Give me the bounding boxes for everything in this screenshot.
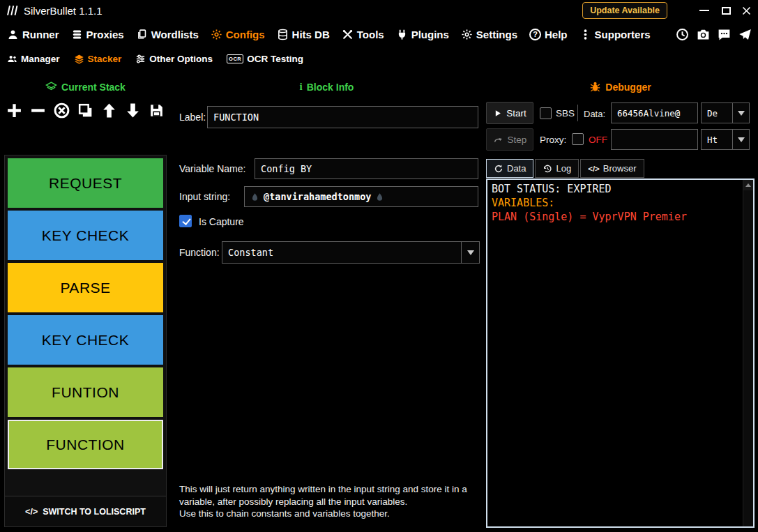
subnav-item-stacker[interactable]: Stacker — [74, 54, 122, 64]
proxy-checkbox[interactable] — [572, 133, 584, 145]
menu-label: Hits DB — [292, 29, 330, 40]
input-string-input[interactable]: @tanvirahamedtonmoy — [244, 186, 478, 207]
data-type-combo[interactable]: De — [701, 102, 750, 123]
droplet-icon — [250, 192, 259, 202]
menu-item-configs[interactable]: Configs — [211, 29, 265, 40]
menu-item-plugins[interactable]: Plugins — [396, 29, 449, 40]
menu-item-tools[interactable]: Tools — [342, 29, 384, 40]
main-menubar: Runner Proxies Wordlists Configs Hits DB… — [0, 21, 758, 47]
stack-block-parse[interactable]: PARSE — [8, 263, 163, 312]
chat-icon[interactable] — [717, 27, 732, 42]
menu-item-supporters[interactable]: Supporters — [579, 29, 651, 40]
console-scrollbar[interactable] — [743, 180, 753, 526]
menu-label: Plugins — [411, 29, 449, 40]
debugger-header: Debugger — [483, 81, 758, 93]
block-info-header: i Block Info — [171, 81, 483, 93]
help-icon: ? — [529, 29, 541, 40]
label-field-label: Label: — [179, 112, 206, 123]
remove-block-button[interactable] — [29, 102, 47, 119]
menu-label: Tools — [357, 29, 384, 40]
subnav-label: Manager — [21, 54, 60, 64]
panel-title: Block Info — [307, 82, 354, 93]
chevron-down-icon — [467, 250, 474, 255]
tab-log[interactable]: Log — [535, 159, 579, 178]
subnav-label: OCR Testing — [247, 54, 303, 64]
move-up-button[interactable] — [100, 102, 118, 119]
dropdown-button[interactable] — [732, 130, 749, 149]
menu-item-settings[interactable]: Settings — [461, 29, 517, 40]
stack-block-function-selected[interactable]: FUNCTION — [8, 420, 163, 469]
play-icon — [493, 109, 502, 118]
switch-button-label: SWITCH TO LOLISCRIPT — [43, 507, 146, 517]
telegram-icon[interactable] — [738, 27, 752, 42]
menu-item-wordlists[interactable]: Wordlists — [136, 29, 199, 40]
menu-item-hits-db[interactable]: Hits DB — [277, 29, 330, 40]
subnav-item-manager[interactable]: Manager — [7, 54, 60, 64]
proxies-icon — [71, 29, 83, 40]
start-button[interactable]: Start — [486, 102, 533, 124]
description-line-2: Use this to chain constants and variable… — [179, 508, 478, 520]
proxy-type-combo[interactable]: Ht — [701, 129, 750, 150]
minimize-button[interactable] — [694, 0, 715, 21]
variable-name-input[interactable]: Config BY — [255, 158, 478, 179]
stack-block-request[interactable]: REQUEST — [8, 158, 163, 208]
menu-item-proxies[interactable]: Proxies — [71, 29, 124, 40]
current-stack-panel: Current Stack REQUEST KEY CHECK PARSE KE… — [0, 70, 171, 532]
switch-to-loliscript-button[interactable]: </> SWITCH TO LOLISCRIPT — [5, 496, 166, 526]
stacker-icon — [74, 54, 84, 64]
tab-data[interactable]: Data — [486, 159, 533, 178]
subnav-item-other-options[interactable]: Other Options — [135, 54, 213, 64]
dropdown-button[interactable] — [732, 103, 749, 123]
data-input-value: 66456Alvine@ — [617, 108, 680, 119]
supporters-icon — [579, 29, 591, 40]
menu-label: Help — [545, 29, 568, 40]
tab-browser[interactable]: </> Browser — [580, 159, 644, 178]
stack-block-funtion[interactable]: FUNTION — [8, 367, 163, 417]
clone-block-button[interactable] — [77, 102, 94, 119]
add-block-button[interactable] — [6, 102, 23, 119]
menu-label: Configs — [226, 29, 265, 40]
move-down-button[interactable] — [124, 102, 142, 119]
menu-label: Settings — [476, 29, 517, 40]
close-button[interactable] — [736, 0, 757, 21]
step-button[interactable]: Step — [486, 128, 533, 151]
configs-gear-icon — [211, 29, 222, 40]
proxy-input[interactable] — [611, 129, 698, 150]
block-info-panel: i Block Info Label: FUNCTION Variable Na… — [171, 70, 483, 532]
sbs-checkbox[interactable] — [540, 107, 552, 119]
console-line: VARIABLES: — [492, 196, 749, 210]
stack-block-keycheck-2[interactable]: KEY CHECK — [8, 315, 163, 365]
save-stack-button[interactable] — [148, 102, 165, 119]
plugin-icon — [396, 29, 408, 40]
clear-stack-button[interactable] — [53, 102, 70, 119]
subnav-item-ocr-testing[interactable]: OCR OCR Testing — [227, 54, 303, 64]
history-icon[interactable] — [675, 27, 690, 42]
bug-icon — [589, 81, 601, 93]
function-select[interactable]: Constant — [222, 241, 480, 264]
console-line: BOT STATUS: EXPIRED — [492, 182, 749, 196]
input-string-label: Input string: — [179, 191, 230, 202]
panel-title: Debugger — [605, 82, 651, 93]
label-input-value: FUNCTION — [213, 112, 259, 123]
scroll-up-button[interactable] — [743, 180, 753, 190]
console-line: PLAN (Single) = VyprVPN Premier — [492, 210, 749, 224]
info-icon: i — [300, 81, 303, 93]
menu-item-runner[interactable]: Runner — [7, 29, 59, 40]
sbs-label: SBS — [556, 108, 575, 119]
data-input[interactable]: 66456Alvine@ — [611, 102, 698, 123]
label-input[interactable]: FUNCTION — [207, 106, 478, 128]
proxy-label: Proxy: — [540, 135, 566, 145]
maximize-icon — [722, 7, 731, 15]
stack-toolbar — [6, 102, 165, 119]
dropdown-button[interactable] — [461, 242, 479, 263]
is-capture-checkbox[interactable] — [179, 215, 192, 227]
update-available-button[interactable]: Update Available — [582, 2, 667, 19]
layers-icon — [45, 81, 57, 93]
camera-icon[interactable] — [696, 27, 711, 42]
menu-item-help[interactable]: ? Help — [529, 29, 568, 40]
code-icon: </> — [588, 165, 600, 173]
stack-block-keycheck-1[interactable]: KEY CHECK — [8, 211, 163, 260]
maximize-button[interactable] — [715, 0, 736, 21]
debugger-tabs: Data Log </> Browser — [486, 159, 646, 178]
chevron-down-icon — [738, 137, 745, 142]
